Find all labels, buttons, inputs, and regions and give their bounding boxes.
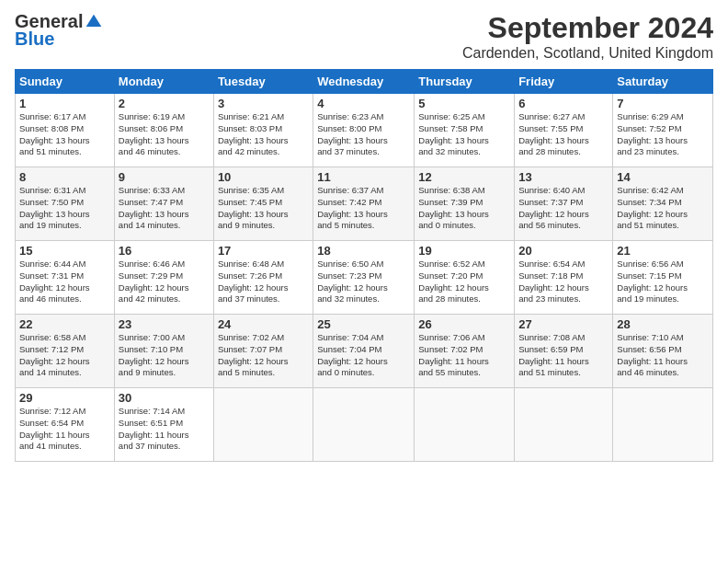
day-detail: Sunrise: 6:35 AMSunset: 7:45 PMDaylight:… bbox=[218, 185, 309, 232]
day-detail: Sunrise: 6:19 AMSunset: 8:06 PMDaylight:… bbox=[119, 111, 210, 158]
col-header-friday: Friday bbox=[515, 70, 613, 94]
day-detail: Sunrise: 6:33 AMSunset: 7:47 PMDaylight:… bbox=[119, 185, 210, 232]
day-detail: Sunrise: 7:08 AMSunset: 6:59 PMDaylight:… bbox=[518, 332, 609, 379]
calendar-cell: 4Sunrise: 6:23 AMSunset: 8:00 PMDaylight… bbox=[313, 94, 415, 167]
location: Cardenden, Scotland, United Kingdom bbox=[462, 45, 713, 62]
col-header-sunday: Sunday bbox=[16, 70, 115, 94]
day-detail: Sunrise: 6:48 AMSunset: 7:26 PMDaylight:… bbox=[218, 259, 309, 305]
day-number: 13 bbox=[518, 170, 609, 184]
calendar-cell: 26Sunrise: 7:06 AMSunset: 7:02 PMDayligh… bbox=[415, 315, 515, 388]
page: General Blue September 2024 Cardenden, S… bbox=[0, 0, 728, 563]
day-number: 8 bbox=[19, 170, 110, 184]
day-detail: Sunrise: 6:38 AMSunset: 7:39 PMDaylight:… bbox=[418, 185, 510, 232]
day-detail: Sunrise: 6:21 AMSunset: 8:03 PMDaylight:… bbox=[218, 111, 309, 158]
header: General Blue September 2024 Cardenden, S… bbox=[15, 11, 713, 62]
day-detail: Sunrise: 6:23 AMSunset: 8:00 PMDaylight:… bbox=[317, 111, 410, 158]
day-number: 3 bbox=[218, 97, 309, 110]
day-number: 26 bbox=[418, 317, 510, 331]
day-number: 25 bbox=[317, 317, 410, 331]
calendar-cell bbox=[313, 388, 415, 462]
day-detail: Sunrise: 6:44 AMSunset: 7:31 PMDaylight:… bbox=[19, 259, 110, 305]
calendar-cell bbox=[415, 388, 515, 462]
calendar-cell: 13Sunrise: 6:40 AMSunset: 7:37 PMDayligh… bbox=[515, 167, 613, 241]
day-detail: Sunrise: 6:31 AMSunset: 7:50 PMDaylight:… bbox=[19, 185, 110, 232]
calendar-cell: 23Sunrise: 7:00 AMSunset: 7:10 PMDayligh… bbox=[114, 315, 213, 388]
day-number: 15 bbox=[19, 244, 110, 258]
calendar-table: SundayMondayTuesdayWednesdayThursdayFrid… bbox=[15, 69, 713, 462]
col-header-tuesday: Tuesday bbox=[213, 70, 313, 94]
day-number: 22 bbox=[19, 317, 110, 331]
col-header-thursday: Thursday bbox=[415, 70, 515, 94]
day-number: 19 bbox=[418, 244, 510, 258]
calendar-cell: 19Sunrise: 6:52 AMSunset: 7:20 PMDayligh… bbox=[415, 241, 515, 315]
calendar-cell: 10Sunrise: 6:35 AMSunset: 7:45 PMDayligh… bbox=[213, 167, 313, 241]
day-detail: Sunrise: 6:42 AMSunset: 7:34 PMDaylight:… bbox=[617, 185, 709, 232]
calendar-cell: 28Sunrise: 7:10 AMSunset: 6:56 PMDayligh… bbox=[613, 315, 713, 388]
calendar-cell: 1Sunrise: 6:17 AMSunset: 8:08 PMDaylight… bbox=[16, 94, 115, 167]
logo-icon bbox=[85, 13, 103, 31]
day-number: 4 bbox=[317, 97, 410, 110]
day-number: 11 bbox=[317, 170, 410, 184]
day-number: 24 bbox=[218, 317, 309, 331]
day-number: 27 bbox=[518, 317, 609, 331]
day-number: 9 bbox=[119, 170, 210, 184]
day-detail: Sunrise: 6:52 AMSunset: 7:20 PMDaylight:… bbox=[418, 259, 510, 305]
day-number: 5 bbox=[418, 97, 510, 110]
calendar-cell: 16Sunrise: 6:46 AMSunset: 7:29 PMDayligh… bbox=[114, 241, 213, 315]
day-detail: Sunrise: 6:56 AMSunset: 7:15 PMDaylight:… bbox=[617, 259, 709, 305]
logo-blue-text: Blue bbox=[15, 29, 54, 50]
calendar-cell bbox=[515, 388, 613, 462]
day-number: 12 bbox=[418, 170, 510, 184]
calendar-cell: 20Sunrise: 6:54 AMSunset: 7:18 PMDayligh… bbox=[515, 241, 613, 315]
day-detail: Sunrise: 6:40 AMSunset: 7:37 PMDaylight:… bbox=[518, 185, 609, 232]
month-title: September 2024 bbox=[462, 11, 713, 45]
calendar-cell: 25Sunrise: 7:04 AMSunset: 7:04 PMDayligh… bbox=[313, 315, 415, 388]
day-detail: Sunrise: 6:25 AMSunset: 7:58 PMDaylight:… bbox=[418, 111, 510, 158]
day-number: 21 bbox=[617, 244, 709, 258]
col-header-saturday: Saturday bbox=[613, 70, 713, 94]
day-detail: Sunrise: 6:27 AMSunset: 7:55 PMDaylight:… bbox=[518, 111, 609, 158]
day-number: 2 bbox=[119, 97, 210, 110]
calendar-cell: 12Sunrise: 6:38 AMSunset: 7:39 PMDayligh… bbox=[415, 167, 515, 241]
col-header-wednesday: Wednesday bbox=[313, 70, 415, 94]
day-detail: Sunrise: 6:58 AMSunset: 7:12 PMDaylight:… bbox=[19, 332, 110, 379]
calendar-cell: 22Sunrise: 6:58 AMSunset: 7:12 PMDayligh… bbox=[16, 315, 115, 388]
day-detail: Sunrise: 7:02 AMSunset: 7:07 PMDaylight:… bbox=[218, 332, 309, 379]
calendar-cell: 15Sunrise: 6:44 AMSunset: 7:31 PMDayligh… bbox=[16, 241, 115, 315]
calendar-cell: 30Sunrise: 7:14 AMSunset: 6:51 PMDayligh… bbox=[114, 388, 213, 462]
day-number: 16 bbox=[119, 244, 210, 258]
calendar-cell: 27Sunrise: 7:08 AMSunset: 6:59 PMDayligh… bbox=[515, 315, 613, 388]
calendar-cell: 6Sunrise: 6:27 AMSunset: 7:55 PMDaylight… bbox=[515, 94, 613, 167]
calendar-cell: 2Sunrise: 6:19 AMSunset: 8:06 PMDaylight… bbox=[114, 94, 213, 167]
calendar-cell: 11Sunrise: 6:37 AMSunset: 7:42 PMDayligh… bbox=[313, 167, 415, 241]
day-number: 30 bbox=[119, 391, 210, 405]
day-detail: Sunrise: 7:10 AMSunset: 6:56 PMDaylight:… bbox=[617, 332, 709, 379]
calendar-cell: 21Sunrise: 6:56 AMSunset: 7:15 PMDayligh… bbox=[613, 241, 713, 315]
calendar-cell bbox=[613, 388, 713, 462]
day-detail: Sunrise: 7:12 AMSunset: 6:54 PMDaylight:… bbox=[19, 406, 110, 453]
logo: General Blue bbox=[15, 11, 103, 50]
day-detail: Sunrise: 6:50 AMSunset: 7:23 PMDaylight:… bbox=[317, 259, 410, 305]
day-number: 7 bbox=[617, 97, 709, 110]
calendar-cell: 17Sunrise: 6:48 AMSunset: 7:26 PMDayligh… bbox=[213, 241, 313, 315]
day-number: 29 bbox=[19, 391, 110, 405]
day-detail: Sunrise: 6:29 AMSunset: 7:52 PMDaylight:… bbox=[617, 111, 709, 158]
calendar-cell: 18Sunrise: 6:50 AMSunset: 7:23 PMDayligh… bbox=[313, 241, 415, 315]
calendar-cell bbox=[213, 388, 313, 462]
day-number: 28 bbox=[617, 317, 709, 331]
day-detail: Sunrise: 7:00 AMSunset: 7:10 PMDaylight:… bbox=[119, 332, 210, 379]
day-number: 23 bbox=[119, 317, 210, 331]
day-detail: Sunrise: 6:46 AMSunset: 7:29 PMDaylight:… bbox=[119, 259, 210, 305]
col-header-monday: Monday bbox=[114, 70, 213, 94]
day-number: 20 bbox=[518, 244, 609, 258]
day-number: 1 bbox=[19, 97, 110, 110]
day-detail: Sunrise: 7:06 AMSunset: 7:02 PMDaylight:… bbox=[418, 332, 510, 379]
svg-marker-0 bbox=[86, 14, 102, 26]
calendar-cell: 8Sunrise: 6:31 AMSunset: 7:50 PMDaylight… bbox=[16, 167, 115, 241]
calendar-cell: 3Sunrise: 6:21 AMSunset: 8:03 PMDaylight… bbox=[213, 94, 313, 167]
day-number: 14 bbox=[617, 170, 709, 184]
calendar-cell: 24Sunrise: 7:02 AMSunset: 7:07 PMDayligh… bbox=[213, 315, 313, 388]
calendar-cell: 9Sunrise: 6:33 AMSunset: 7:47 PMDaylight… bbox=[114, 167, 213, 241]
calendar-cell: 14Sunrise: 6:42 AMSunset: 7:34 PMDayligh… bbox=[613, 167, 713, 241]
day-number: 17 bbox=[218, 244, 309, 258]
